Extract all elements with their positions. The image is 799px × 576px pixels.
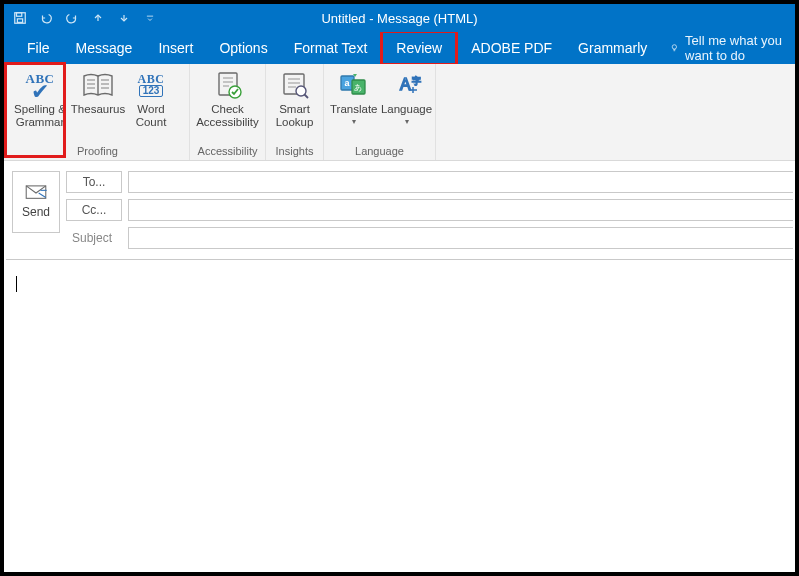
chevron-down-icon: ▾ [352, 117, 356, 126]
group-proofing: ABC ✔ Spelling & Grammar [6, 64, 190, 160]
ribbon-tabs: File Message Insert Options Format Text … [4, 32, 795, 64]
thesaurus-label: Thesaurus [71, 103, 125, 116]
group-insights-label: Insights [270, 143, 319, 160]
group-accessibility: Check Accessibility Accessibility [190, 64, 266, 160]
quick-access-toolbar [4, 10, 158, 26]
lightbulb-icon [670, 41, 679, 55]
to-button[interactable]: To... [66, 171, 122, 193]
down-arrow-icon[interactable] [116, 10, 132, 26]
envelope-icon [25, 185, 47, 201]
svg-text:あ: あ [354, 83, 362, 92]
thesaurus-button[interactable]: Thesaurus [70, 66, 126, 131]
tab-grammarly[interactable]: Grammarly [565, 32, 660, 64]
window-title: Untitled - Message (HTML) [321, 4, 477, 32]
tab-options[interactable]: Options [206, 32, 280, 64]
tab-file[interactable]: File [14, 32, 63, 64]
spelling-label-2: Grammar [16, 116, 65, 129]
translate-label: Translate [330, 103, 378, 116]
svg-rect-2 [17, 19, 22, 23]
check-accessibility-button[interactable]: Check Accessibility [194, 66, 261, 131]
cc-field[interactable] [128, 199, 793, 221]
translate-icon: a あ [337, 68, 371, 102]
thesaurus-icon [81, 68, 115, 102]
smart-lookup-button[interactable]: Smart Lookup [270, 66, 319, 131]
compose-header: Send To... Cc... Subject [4, 161, 795, 259]
group-insights: Smart Lookup Insights [266, 64, 324, 160]
language-button[interactable]: A 字 Language ▾ [380, 66, 434, 131]
ribbon: ABC ✔ Spelling & Grammar [4, 64, 795, 161]
language-label: Language [381, 103, 432, 116]
svg-point-3 [673, 45, 677, 49]
group-proofing-label: Proofing [10, 143, 185, 160]
check-accessibility-label-1: Check [211, 103, 244, 116]
group-accessibility-label: Accessibility [194, 143, 261, 160]
title-bar: Untitled - Message (HTML) [4, 4, 795, 32]
smart-lookup-label-1: Smart [279, 103, 310, 116]
tell-me-search[interactable]: Tell me what you want to do [660, 32, 795, 64]
subject-field[interactable] [128, 227, 793, 249]
tab-adobe-pdf[interactable]: ADOBE PDF [458, 32, 565, 64]
spelling-grammar-button[interactable]: ABC ✔ Spelling & Grammar [10, 66, 70, 131]
up-arrow-icon[interactable] [90, 10, 106, 26]
group-language: a あ Translate ▾ A 字 [324, 64, 436, 160]
tell-me-label: Tell me what you want to do [685, 33, 785, 63]
translate-button[interactable]: a あ Translate ▾ [328, 66, 380, 131]
subject-label: Subject [66, 231, 122, 245]
tab-message[interactable]: Message [63, 32, 146, 64]
to-field[interactable] [128, 171, 793, 193]
smart-lookup-icon [278, 68, 312, 102]
group-language-label: Language [328, 143, 431, 160]
word-count-label-2: Count [136, 116, 167, 129]
cc-button[interactable]: Cc... [66, 199, 122, 221]
svg-rect-1 [17, 13, 22, 17]
tab-review[interactable]: Review [380, 30, 458, 66]
word-count-icon: ABC 123 [138, 68, 165, 102]
redo-icon[interactable] [64, 10, 80, 26]
word-count-button[interactable]: ABC 123 Word Count [126, 66, 176, 131]
tab-format-text[interactable]: Format Text [281, 32, 381, 64]
undo-icon[interactable] [38, 10, 54, 26]
message-body-container [6, 259, 793, 569]
chevron-down-icon: ▾ [405, 117, 409, 126]
tab-insert[interactable]: Insert [145, 32, 206, 64]
check-accessibility-label-2: Accessibility [196, 116, 259, 129]
accessibility-icon [211, 68, 245, 102]
language-icon: A 字 [390, 68, 424, 102]
send-button[interactable]: Send [12, 171, 60, 233]
message-body[interactable] [6, 260, 793, 569]
svg-text:字: 字 [412, 76, 421, 86]
smart-lookup-label-2: Lookup [276, 116, 314, 129]
spelling-label-1: Spelling & [14, 103, 66, 116]
qat-more-icon[interactable] [142, 10, 158, 26]
save-icon[interactable] [12, 10, 28, 26]
send-label: Send [22, 205, 50, 219]
text-caret [16, 276, 17, 292]
word-count-label-1: Word [137, 103, 164, 116]
spelling-icon: ABC ✔ [26, 68, 55, 102]
